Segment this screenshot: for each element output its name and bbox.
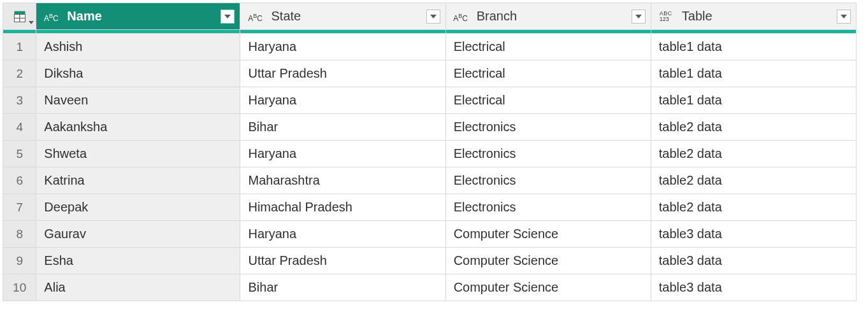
cell-branch[interactable]: Electronics	[445, 141, 651, 167]
table-row[interactable]: 7DeepakHimachal PradeshElectronicstable2…	[3, 194, 857, 221]
cell-state[interactable]: Uttar Pradesh	[240, 248, 445, 274]
chevron-down-icon	[224, 15, 231, 18]
table-row[interactable]: 10AliaBiharComputer Sciencetable3 data	[3, 274, 857, 301]
column-header-table[interactable]: ABC123 Table	[651, 3, 856, 30]
cell-name[interactable]: Ashish	[36, 34, 240, 60]
column-header-row: ABC Name ABC State	[3, 3, 857, 30]
cell-branch[interactable]: Computer Science	[445, 248, 651, 274]
table-row[interactable]: 6KatrinaMaharashtraElectronicstable2 dat…	[3, 167, 857, 194]
cell-table[interactable]: table2 data	[651, 194, 856, 221]
column-header-state[interactable]: ABC State	[240, 3, 445, 30]
column-filter-button-name[interactable]	[221, 10, 235, 24]
cell-name[interactable]: Diksha	[36, 60, 240, 87]
chevron-down-icon	[635, 15, 642, 18]
cell-table[interactable]: table2 data	[651, 167, 856, 194]
cell-name[interactable]: Katrina	[36, 167, 240, 194]
table-menu-dropdown-icon[interactable]	[29, 13, 34, 27]
cell-table[interactable]: table2 data	[651, 114, 856, 141]
table-row[interactable]: 8GauravHaryanaComputer Sciencetable3 dat…	[3, 221, 857, 248]
cell-table[interactable]: table1 data	[651, 60, 856, 87]
chevron-down-icon	[430, 15, 437, 18]
cell-name[interactable]: Shweta	[36, 141, 240, 167]
svg-rect-4	[20, 18, 25, 22]
cell-state[interactable]: Haryana	[240, 221, 445, 248]
cell-name[interactable]: Alia	[36, 274, 240, 301]
text-type-icon: ABC	[451, 10, 470, 24]
table-row[interactable]: 2DikshaUttar PradeshElectricaltable1 dat…	[3, 60, 857, 87]
cell-table[interactable]: table3 data	[651, 248, 856, 274]
cell-table[interactable]: table3 data	[651, 221, 856, 248]
svg-rect-3	[14, 18, 20, 22]
cell-table[interactable]: table1 data	[651, 87, 856, 114]
data-preview-table: ABC Name ABC State	[3, 3, 857, 301]
table-row[interactable]: 4AakankshaBiharElectronicstable2 data	[3, 114, 857, 141]
any-type-icon: ABC123	[656, 10, 676, 24]
row-number[interactable]: 8	[3, 221, 36, 248]
cell-state[interactable]: Haryana	[240, 87, 445, 114]
cell-state[interactable]: Haryana	[240, 34, 445, 60]
cell-name[interactable]: Esha	[36, 248, 240, 274]
cell-state[interactable]: Haryana	[240, 141, 445, 167]
column-label: Name	[67, 9, 101, 24]
cell-table[interactable]: table3 data	[651, 274, 856, 301]
cell-name[interactable]: Deepak	[36, 194, 240, 221]
column-header-branch[interactable]: ABC Branch	[445, 3, 651, 30]
row-number[interactable]: 7	[3, 194, 36, 221]
text-type-icon: ABC	[245, 10, 264, 24]
row-number[interactable]: 1	[3, 34, 36, 60]
cell-table[interactable]: table1 data	[651, 34, 856, 60]
cell-branch[interactable]: Electronics	[445, 194, 651, 221]
table-icon	[14, 11, 25, 22]
cell-branch[interactable]: Electrical	[445, 60, 651, 87]
cell-table[interactable]: table2 data	[651, 141, 856, 167]
svg-rect-1	[14, 14, 20, 18]
cell-state[interactable]: Himachal Pradesh	[240, 194, 445, 221]
cell-branch[interactable]: Computer Science	[445, 274, 651, 301]
row-number[interactable]: 5	[3, 141, 36, 167]
row-number[interactable]: 6	[3, 167, 36, 194]
table-row[interactable]: 1AshishHaryanaElectricaltable1 data	[3, 34, 857, 60]
cell-state[interactable]: Bihar	[240, 274, 445, 301]
column-filter-button-branch[interactable]	[632, 10, 646, 24]
text-type-icon: ABC	[41, 10, 61, 24]
chevron-down-icon	[841, 15, 847, 18]
table-row[interactable]: 3NaveenHaryanaElectricaltable1 data	[3, 87, 857, 114]
column-filter-button-table[interactable]	[837, 10, 851, 24]
cell-branch[interactable]: Computer Science	[445, 221, 651, 248]
table-row[interactable]: 9EshaUttar PradeshComputer Sciencetable3…	[3, 248, 857, 274]
cell-branch[interactable]: Electronics	[445, 167, 651, 194]
cell-branch[interactable]: Electronics	[445, 114, 651, 141]
cell-state[interactable]: Uttar Pradesh	[240, 60, 445, 87]
cell-name[interactable]: Aakanksha	[36, 114, 240, 141]
select-all-corner[interactable]	[3, 3, 36, 30]
column-header-name[interactable]: ABC Name	[36, 3, 240, 30]
svg-rect-0	[14, 11, 25, 14]
row-number[interactable]: 10	[3, 274, 36, 301]
table-row[interactable]: 5ShwetaHaryanaElectronicstable2 data	[3, 141, 857, 167]
svg-rect-2	[20, 14, 25, 18]
cell-branch[interactable]: Electrical	[445, 87, 651, 114]
column-filter-button-state[interactable]	[426, 10, 440, 24]
cell-name[interactable]: Gaurav	[36, 221, 240, 248]
cell-state[interactable]: Bihar	[240, 114, 445, 141]
row-number[interactable]: 3	[3, 87, 36, 114]
cell-state[interactable]: Maharashtra	[240, 167, 445, 194]
column-label: Branch	[477, 9, 517, 24]
column-label: State	[271, 9, 301, 24]
cell-branch[interactable]: Electrical	[445, 34, 651, 60]
cell-name[interactable]: Naveen	[36, 87, 240, 114]
column-label: Table	[682, 9, 712, 24]
row-number[interactable]: 4	[3, 114, 36, 141]
row-number[interactable]: 9	[3, 248, 36, 274]
row-number[interactable]: 2	[3, 60, 36, 87]
